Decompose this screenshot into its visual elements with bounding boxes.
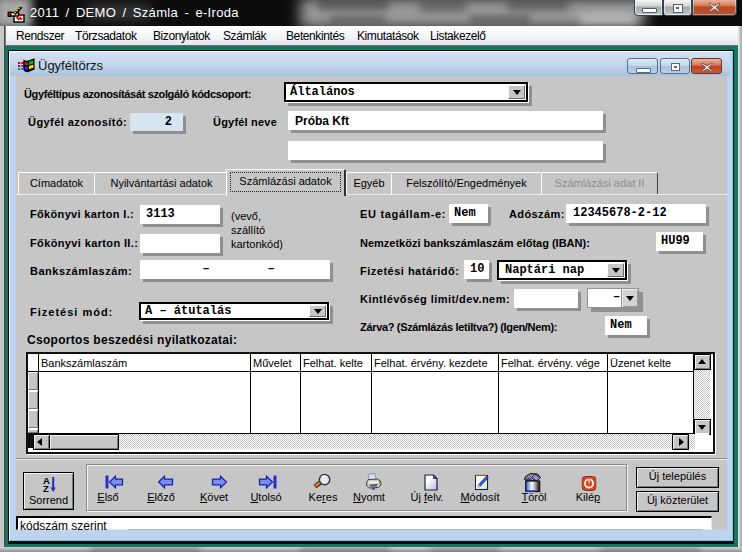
svg-text:Z: Z	[43, 483, 49, 493]
